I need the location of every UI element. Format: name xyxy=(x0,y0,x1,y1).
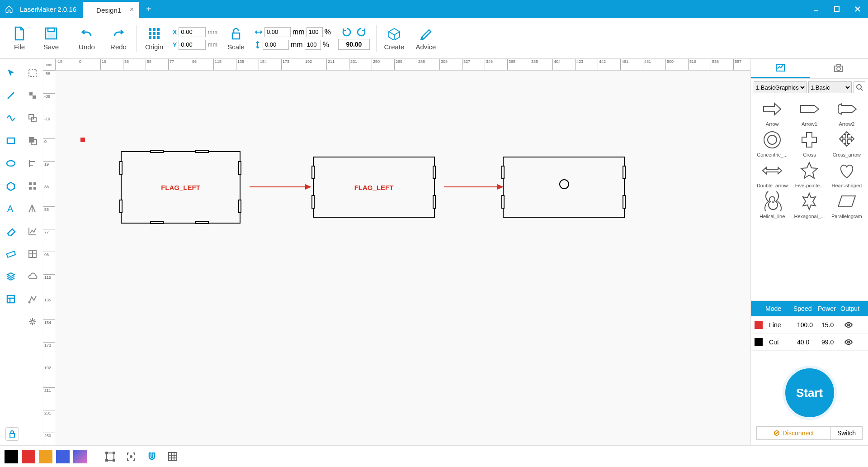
notch xyxy=(501,195,505,209)
svg-point-53 xyxy=(848,324,849,326)
shape-fill-tool[interactable] xyxy=(22,84,43,107)
object-tool[interactable] xyxy=(22,107,43,129)
close-button[interactable] xyxy=(847,0,868,18)
y-input[interactable] xyxy=(179,40,206,50)
rect-tool[interactable] xyxy=(0,129,22,152)
maximize-button[interactable] xyxy=(826,0,847,18)
layer-row-0[interactable]: Line100.015.0 xyxy=(751,316,868,334)
shape-cross[interactable]: Cross xyxy=(792,129,827,157)
advice-label: Advice xyxy=(415,43,436,51)
rotate-angle-input[interactable] xyxy=(338,39,370,50)
shape-star[interactable]: Five-pointe... xyxy=(792,159,827,188)
notch xyxy=(195,221,209,224)
height-pct-input[interactable] xyxy=(305,40,321,50)
shape-arrow[interactable]: Arrow xyxy=(755,98,790,127)
svg-point-43 xyxy=(29,302,30,303)
shape-label: Helical_line xyxy=(760,214,785,219)
union-tool[interactable] xyxy=(22,129,43,152)
origin-button[interactable]: Origin xyxy=(138,20,170,57)
undo-button[interactable]: Undo xyxy=(71,20,103,57)
shape-search-button[interactable] xyxy=(854,81,865,93)
ellipse-tool[interactable] xyxy=(0,152,22,175)
bb-focus[interactable] xyxy=(123,448,139,465)
scale-lock-icon xyxy=(228,26,244,41)
width-input[interactable] xyxy=(264,27,291,37)
layer-visibility-icon[interactable] xyxy=(841,322,859,328)
shape-subcategory-select[interactable]: 1.Basic xyxy=(808,81,852,93)
shape-heart[interactable]: Heart-shaped xyxy=(829,159,864,188)
rotate-ccw-icon[interactable] xyxy=(342,27,352,37)
shape-arrow2[interactable]: Arrow2 xyxy=(829,98,864,127)
graph-tool[interactable] xyxy=(22,220,43,243)
create-button[interactable]: Create xyxy=(378,20,410,57)
tab-shapes[interactable] xyxy=(751,59,810,78)
bb-grid[interactable] xyxy=(165,448,181,465)
home-button[interactable] xyxy=(0,0,18,18)
color-swatch-1[interactable] xyxy=(22,450,35,463)
svg-rect-16 xyxy=(232,33,240,39)
layout-tool[interactable] xyxy=(0,288,22,310)
svg-point-51 xyxy=(764,132,780,148)
shape-helical[interactable]: Helical_line xyxy=(755,190,790,219)
tab-design1[interactable]: Design1 × xyxy=(83,2,139,18)
shape-category-select[interactable]: 1.BasicGraphics xyxy=(754,81,807,93)
height-input[interactable] xyxy=(263,40,289,50)
start-button[interactable]: Start xyxy=(783,366,837,420)
box-flag-left-1[interactable]: FLAG_LEFT xyxy=(121,151,241,224)
mirror-tool[interactable] xyxy=(22,197,43,220)
heart-icon xyxy=(833,159,860,182)
box-flag-left-2[interactable]: FLAG_LEFT xyxy=(313,157,435,218)
circle-feature xyxy=(559,179,569,189)
eraser-tool[interactable] xyxy=(0,220,22,243)
array-tool[interactable] xyxy=(22,175,43,197)
shape-concentric[interactable]: Concentric_... xyxy=(755,129,790,157)
canvas[interactable]: FLAG_LEFT FLAG_LEFT xyxy=(55,71,750,445)
text-tool[interactable]: A xyxy=(0,197,22,220)
shape-hexstar[interactable]: Hexagonal_... xyxy=(792,190,827,219)
switch-button[interactable]: Switch xyxy=(830,427,862,439)
redo-button[interactable]: Redo xyxy=(103,20,134,57)
ruler-tool[interactable] xyxy=(0,243,22,265)
file-button[interactable]: File xyxy=(4,20,35,57)
shape-arrow1[interactable]: Arrow1 xyxy=(792,98,827,127)
width-pct-input[interactable] xyxy=(307,27,323,37)
tab-close-icon[interactable]: × xyxy=(130,5,134,14)
cloud-tool[interactable] xyxy=(22,265,43,288)
select-tool[interactable] xyxy=(0,62,22,84)
width-arrows-icon xyxy=(255,29,263,35)
minimize-button[interactable] xyxy=(806,0,826,18)
color-swatch-2[interactable] xyxy=(39,450,52,463)
save-button[interactable]: Save xyxy=(35,20,67,57)
advice-button[interactable]: Advice xyxy=(410,20,442,57)
grid-tool[interactable] xyxy=(22,243,43,265)
tab-add-button[interactable]: + xyxy=(142,4,156,14)
shape-para[interactable]: Parallelogram xyxy=(829,190,864,219)
svg-line-56 xyxy=(775,432,778,434)
disconnect-status[interactable]: Disconnect xyxy=(757,427,830,439)
svg-rect-13 xyxy=(149,36,151,39)
color-swatch-4[interactable] xyxy=(73,450,87,463)
bb-bounds[interactable] xyxy=(102,448,118,465)
scale-button[interactable]: Scale xyxy=(220,20,252,57)
shape-dblarrow[interactable]: Double_arrow xyxy=(755,159,790,188)
layer-visibility-icon[interactable] xyxy=(841,339,859,345)
shape-crossarr[interactable]: Cross_arrow xyxy=(829,129,864,157)
x-input[interactable] xyxy=(179,27,206,37)
polygon-tool[interactable] xyxy=(0,175,22,197)
color-swatch-0[interactable] xyxy=(5,450,18,463)
curve-tool[interactable] xyxy=(0,107,22,129)
layer-row-1[interactable]: Cut40.099.0 xyxy=(751,334,868,351)
bb-magnet[interactable] xyxy=(144,448,160,465)
tab-camera[interactable] xyxy=(810,59,868,78)
lock-toggle[interactable] xyxy=(5,427,19,441)
layers-tool[interactable] xyxy=(0,265,22,288)
rotate-cw-icon[interactable] xyxy=(356,27,366,37)
color-swatch-3[interactable] xyxy=(56,450,70,463)
marquee-tool[interactable] xyxy=(22,62,43,84)
align-tool[interactable] xyxy=(22,152,43,175)
spark-tool[interactable] xyxy=(22,310,43,333)
line-tool[interactable] xyxy=(0,84,22,107)
path-tool[interactable] xyxy=(22,288,43,310)
svg-rect-34 xyxy=(33,187,36,190)
box1-label: FLAG_LEFT xyxy=(122,184,240,191)
